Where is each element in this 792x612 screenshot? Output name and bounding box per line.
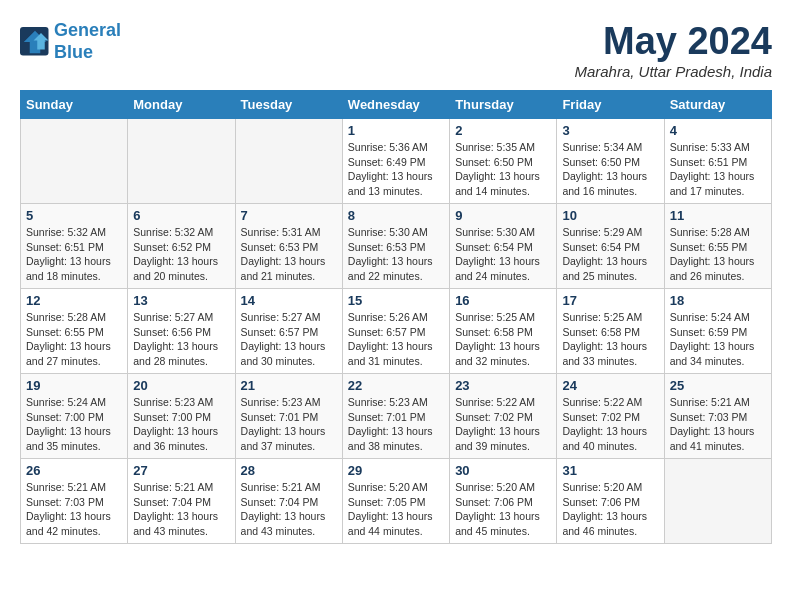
day-number: 7 [241, 208, 337, 223]
calendar-cell: 3Sunrise: 5:34 AM Sunset: 6:50 PM Daylig… [557, 119, 664, 204]
day-info: Sunrise: 5:22 AM Sunset: 7:02 PM Dayligh… [455, 395, 551, 454]
title-block: May 2024 Marahra, Uttar Pradesh, India [574, 20, 772, 80]
calendar-cell: 19Sunrise: 5:24 AM Sunset: 7:00 PM Dayli… [21, 374, 128, 459]
day-info: Sunrise: 5:20 AM Sunset: 7:05 PM Dayligh… [348, 480, 444, 539]
day-number: 20 [133, 378, 229, 393]
calendar-cell: 21Sunrise: 5:23 AM Sunset: 7:01 PM Dayli… [235, 374, 342, 459]
calendar-cell: 5Sunrise: 5:32 AM Sunset: 6:51 PM Daylig… [21, 204, 128, 289]
day-info: Sunrise: 5:32 AM Sunset: 6:52 PM Dayligh… [133, 225, 229, 284]
calendar-week-row: 5Sunrise: 5:32 AM Sunset: 6:51 PM Daylig… [21, 204, 772, 289]
day-number: 17 [562, 293, 658, 308]
calendar-weekday-header: Friday [557, 91, 664, 119]
location: Marahra, Uttar Pradesh, India [574, 63, 772, 80]
logo-text: General Blue [54, 20, 121, 63]
day-info: Sunrise: 5:28 AM Sunset: 6:55 PM Dayligh… [670, 225, 766, 284]
calendar-body: 1Sunrise: 5:36 AM Sunset: 6:49 PM Daylig… [21, 119, 772, 544]
day-number: 11 [670, 208, 766, 223]
day-number: 12 [26, 293, 122, 308]
calendar-week-row: 26Sunrise: 5:21 AM Sunset: 7:03 PM Dayli… [21, 459, 772, 544]
calendar-cell: 7Sunrise: 5:31 AM Sunset: 6:53 PM Daylig… [235, 204, 342, 289]
calendar-week-row: 12Sunrise: 5:28 AM Sunset: 6:55 PM Dayli… [21, 289, 772, 374]
calendar-weekday-header: Monday [128, 91, 235, 119]
day-number: 6 [133, 208, 229, 223]
calendar-cell: 30Sunrise: 5:20 AM Sunset: 7:06 PM Dayli… [450, 459, 557, 544]
calendar-cell: 26Sunrise: 5:21 AM Sunset: 7:03 PM Dayli… [21, 459, 128, 544]
day-info: Sunrise: 5:36 AM Sunset: 6:49 PM Dayligh… [348, 140, 444, 199]
day-number: 31 [562, 463, 658, 478]
day-number: 25 [670, 378, 766, 393]
day-number: 23 [455, 378, 551, 393]
day-info: Sunrise: 5:21 AM Sunset: 7:04 PM Dayligh… [133, 480, 229, 539]
calendar-cell: 6Sunrise: 5:32 AM Sunset: 6:52 PM Daylig… [128, 204, 235, 289]
day-number: 8 [348, 208, 444, 223]
day-number: 5 [26, 208, 122, 223]
day-info: Sunrise: 5:23 AM Sunset: 7:01 PM Dayligh… [241, 395, 337, 454]
day-number: 26 [26, 463, 122, 478]
day-info: Sunrise: 5:22 AM Sunset: 7:02 PM Dayligh… [562, 395, 658, 454]
day-info: Sunrise: 5:21 AM Sunset: 7:03 PM Dayligh… [670, 395, 766, 454]
day-number: 24 [562, 378, 658, 393]
calendar-cell: 18Sunrise: 5:24 AM Sunset: 6:59 PM Dayli… [664, 289, 771, 374]
calendar-cell: 22Sunrise: 5:23 AM Sunset: 7:01 PM Dayli… [342, 374, 449, 459]
calendar-table: SundayMondayTuesdayWednesdayThursdayFrid… [20, 90, 772, 544]
day-number: 2 [455, 123, 551, 138]
day-number: 10 [562, 208, 658, 223]
calendar-cell: 4Sunrise: 5:33 AM Sunset: 6:51 PM Daylig… [664, 119, 771, 204]
day-info: Sunrise: 5:29 AM Sunset: 6:54 PM Dayligh… [562, 225, 658, 284]
calendar-weekday-header: Saturday [664, 91, 771, 119]
day-info: Sunrise: 5:23 AM Sunset: 7:00 PM Dayligh… [133, 395, 229, 454]
calendar-cell: 28Sunrise: 5:21 AM Sunset: 7:04 PM Dayli… [235, 459, 342, 544]
calendar-cell: 14Sunrise: 5:27 AM Sunset: 6:57 PM Dayli… [235, 289, 342, 374]
calendar-cell [128, 119, 235, 204]
calendar-cell: 16Sunrise: 5:25 AM Sunset: 6:58 PM Dayli… [450, 289, 557, 374]
day-info: Sunrise: 5:32 AM Sunset: 6:51 PM Dayligh… [26, 225, 122, 284]
calendar-cell: 29Sunrise: 5:20 AM Sunset: 7:05 PM Dayli… [342, 459, 449, 544]
day-number: 22 [348, 378, 444, 393]
calendar-cell: 17Sunrise: 5:25 AM Sunset: 6:58 PM Dayli… [557, 289, 664, 374]
month-title: May 2024 [574, 20, 772, 63]
day-info: Sunrise: 5:26 AM Sunset: 6:57 PM Dayligh… [348, 310, 444, 369]
calendar-cell [235, 119, 342, 204]
day-number: 16 [455, 293, 551, 308]
day-info: Sunrise: 5:31 AM Sunset: 6:53 PM Dayligh… [241, 225, 337, 284]
day-info: Sunrise: 5:33 AM Sunset: 6:51 PM Dayligh… [670, 140, 766, 199]
day-number: 9 [455, 208, 551, 223]
calendar-cell: 1Sunrise: 5:36 AM Sunset: 6:49 PM Daylig… [342, 119, 449, 204]
calendar-week-row: 1Sunrise: 5:36 AM Sunset: 6:49 PM Daylig… [21, 119, 772, 204]
calendar-cell: 27Sunrise: 5:21 AM Sunset: 7:04 PM Dayli… [128, 459, 235, 544]
day-info: Sunrise: 5:21 AM Sunset: 7:03 PM Dayligh… [26, 480, 122, 539]
day-info: Sunrise: 5:25 AM Sunset: 6:58 PM Dayligh… [562, 310, 658, 369]
calendar-cell [21, 119, 128, 204]
day-number: 3 [562, 123, 658, 138]
day-number: 1 [348, 123, 444, 138]
calendar-week-row: 19Sunrise: 5:24 AM Sunset: 7:00 PM Dayli… [21, 374, 772, 459]
calendar-weekday-header: Wednesday [342, 91, 449, 119]
page-header: General Blue May 2024 Marahra, Uttar Pra… [20, 20, 772, 80]
calendar-cell [664, 459, 771, 544]
day-info: Sunrise: 5:30 AM Sunset: 6:54 PM Dayligh… [455, 225, 551, 284]
day-info: Sunrise: 5:20 AM Sunset: 7:06 PM Dayligh… [562, 480, 658, 539]
calendar-cell: 15Sunrise: 5:26 AM Sunset: 6:57 PM Dayli… [342, 289, 449, 374]
day-info: Sunrise: 5:35 AM Sunset: 6:50 PM Dayligh… [455, 140, 551, 199]
day-number: 15 [348, 293, 444, 308]
day-number: 14 [241, 293, 337, 308]
calendar-cell: 25Sunrise: 5:21 AM Sunset: 7:03 PM Dayli… [664, 374, 771, 459]
calendar-cell: 9Sunrise: 5:30 AM Sunset: 6:54 PM Daylig… [450, 204, 557, 289]
calendar-cell: 13Sunrise: 5:27 AM Sunset: 6:56 PM Dayli… [128, 289, 235, 374]
day-info: Sunrise: 5:23 AM Sunset: 7:01 PM Dayligh… [348, 395, 444, 454]
day-number: 13 [133, 293, 229, 308]
day-info: Sunrise: 5:28 AM Sunset: 6:55 PM Dayligh… [26, 310, 122, 369]
calendar-cell: 31Sunrise: 5:20 AM Sunset: 7:06 PM Dayli… [557, 459, 664, 544]
calendar-cell: 20Sunrise: 5:23 AM Sunset: 7:00 PM Dayli… [128, 374, 235, 459]
day-info: Sunrise: 5:20 AM Sunset: 7:06 PM Dayligh… [455, 480, 551, 539]
day-info: Sunrise: 5:25 AM Sunset: 6:58 PM Dayligh… [455, 310, 551, 369]
day-number: 27 [133, 463, 229, 478]
calendar-cell: 8Sunrise: 5:30 AM Sunset: 6:53 PM Daylig… [342, 204, 449, 289]
day-info: Sunrise: 5:24 AM Sunset: 7:00 PM Dayligh… [26, 395, 122, 454]
day-number: 4 [670, 123, 766, 138]
calendar-weekday-header: Tuesday [235, 91, 342, 119]
calendar-cell: 24Sunrise: 5:22 AM Sunset: 7:02 PM Dayli… [557, 374, 664, 459]
day-info: Sunrise: 5:21 AM Sunset: 7:04 PM Dayligh… [241, 480, 337, 539]
calendar-cell: 23Sunrise: 5:22 AM Sunset: 7:02 PM Dayli… [450, 374, 557, 459]
calendar-cell: 12Sunrise: 5:28 AM Sunset: 6:55 PM Dayli… [21, 289, 128, 374]
